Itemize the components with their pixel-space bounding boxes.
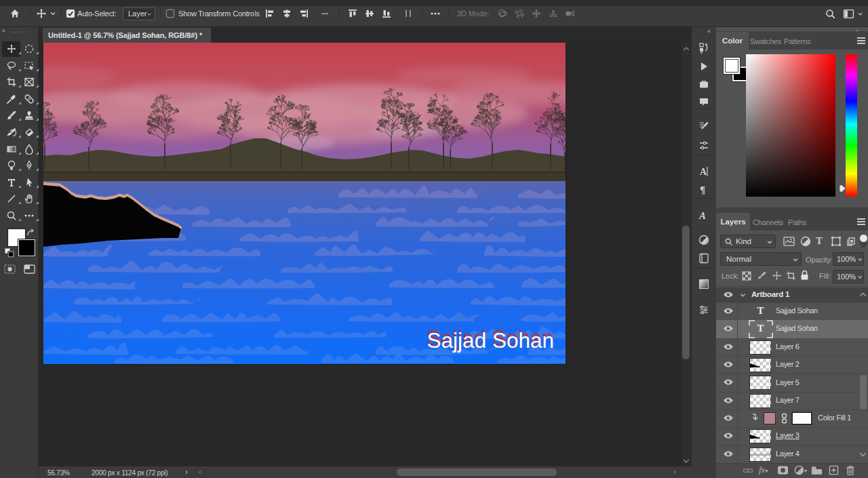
svg-text:Sajjad Sohan: Sajjad Sohan bbox=[427, 328, 554, 353]
svg-text:¶: ¶ bbox=[700, 184, 705, 195]
svg-text:A: A bbox=[700, 167, 707, 177]
svg-text:A: A bbox=[698, 210, 706, 221]
